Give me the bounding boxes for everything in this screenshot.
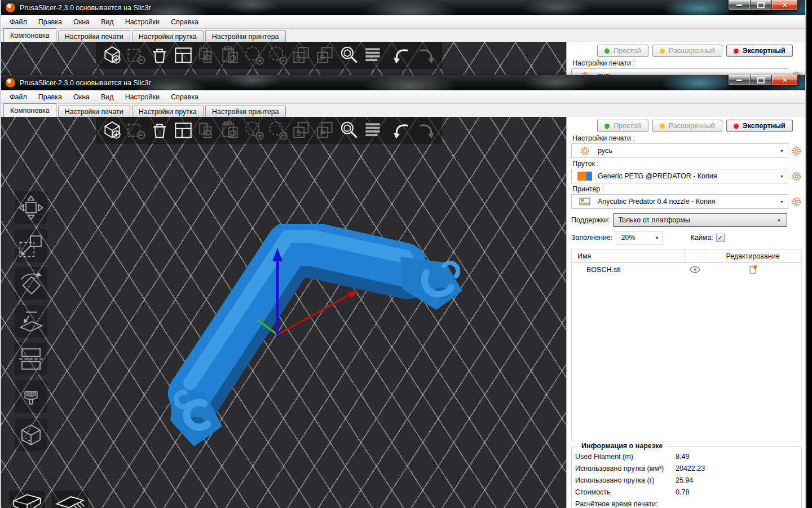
- visibility-eye-button[interactable]: [690, 266, 700, 273]
- toolbar-split-objects-button[interactable]: [290, 43, 314, 67]
- toolbar-copy-button[interactable]: [195, 119, 219, 142]
- toolbar-remove-instance-button[interactable]: [266, 119, 290, 142]
- print-settings-gear-button[interactable]: [791, 146, 802, 156]
- right-panel: Простой Расширенный Экспертный Настройки…: [566, 117, 805, 508]
- print-settings-combo[interactable]: русь ▼: [571, 143, 788, 158]
- toolbar-add-instance-button[interactable]: [242, 119, 266, 142]
- menu-item-window[interactable]: Окна: [68, 93, 95, 101]
- toolbar-paste-button[interactable]: [219, 43, 242, 67]
- minimize-button[interactable]: [728, 75, 751, 86]
- menu-item-view[interactable]: Вид: [95, 18, 120, 26]
- toolbar-undo-button[interactable]: [390, 43, 414, 67]
- maximize-button[interactable]: [751, 75, 771, 86]
- viewport-3d[interactable]: [1, 117, 566, 508]
- toolbar-arrange-button[interactable]: [171, 119, 195, 142]
- toolbar-delete-all-button[interactable]: [148, 119, 171, 142]
- gizmo-paint-supports-button[interactable]: [15, 380, 47, 413]
- mode-simple-button[interactable]: Простой: [597, 45, 648, 57]
- toolbar-layers-button[interactable]: [361, 119, 385, 142]
- column-edit-header: Редактирование: [704, 252, 801, 260]
- toolbar-add-instance-button[interactable]: [242, 43, 266, 67]
- toolbar-split-parts-button[interactable]: [314, 119, 337, 142]
- maximize-button[interactable]: [751, 0, 771, 11]
- toolbar-undo-button[interactable]: [390, 119, 414, 142]
- menu-item-window[interactable]: Окна: [68, 18, 95, 26]
- mode-expert-label: Экспертный: [743, 47, 785, 55]
- printer-combo[interactable]: Anycubic Predator 0.4 nozzle - Копия ▼: [571, 194, 788, 209]
- menu-item-file[interactable]: Файл: [4, 93, 33, 101]
- toolbar-split-parts-button[interactable]: [314, 43, 337, 67]
- tab-filament-settings[interactable]: Настройки прутка: [132, 30, 204, 42]
- info-label: Использовано прутка (мм³): [575, 463, 676, 475]
- prusaslicer-logo-icon: [6, 3, 15, 12]
- tab-print-settings[interactable]: Настройки печати: [58, 30, 130, 42]
- menu-item-file[interactable]: Файл: [4, 18, 33, 26]
- tab-plater[interactable]: Компоновка: [3, 103, 56, 117]
- menu-item-configuration[interactable]: Настройки: [120, 18, 165, 26]
- title-bar[interactable]: PrusaSlicer-2.3.0 основывается на Slic3r…: [1, 75, 805, 90]
- toolbar-remove-instance-button[interactable]: [266, 43, 290, 67]
- view-preview-button[interactable]: [52, 491, 88, 508]
- menu-item-edit[interactable]: Правка: [33, 93, 68, 101]
- info-label: Used Filament (m): [575, 451, 676, 463]
- mode-advanced-button[interactable]: Расширенный: [652, 45, 722, 57]
- gizmo-flatten-button[interactable]: [15, 305, 47, 338]
- gizmo-cut-button[interactable]: [15, 343, 47, 375]
- gizmo-move-button[interactable]: [15, 191, 47, 224]
- gizmo-rotate-button[interactable]: [15, 267, 47, 300]
- model-right-clip: [400, 257, 462, 310]
- menu-bar: Файл Правка Окна Вид Настройки Справка: [1, 90, 805, 104]
- slice-info-row: Расчётное время печати:: [575, 498, 798, 508]
- filament-gear-button[interactable]: [791, 171, 802, 182]
- gizmo-scale-button[interactable]: [15, 229, 47, 262]
- model-bosch[interactable]: [136, 224, 475, 461]
- mode-expert-button[interactable]: Экспертный: [726, 45, 793, 57]
- view-3d-button[interactable]: [9, 491, 45, 508]
- toolbar-add-button[interactable]: [100, 119, 124, 142]
- mode-advanced-button[interactable]: Расширенный: [652, 120, 722, 132]
- brim-checkbox[interactable]: ✓: [716, 234, 725, 242]
- tab-printer-settings[interactable]: Настройки принтера: [205, 30, 286, 42]
- toolbar-split-objects-button[interactable]: [290, 119, 314, 142]
- toolbar-delete-button[interactable]: [124, 119, 148, 142]
- menu-item-edit[interactable]: Правка: [33, 18, 68, 26]
- toolbar-arrange-button[interactable]: [171, 43, 195, 67]
- close-button[interactable]: ✕: [771, 0, 798, 11]
- menu-item-help[interactable]: Справка: [165, 93, 204, 101]
- toolbar-delete-button[interactable]: [124, 43, 148, 67]
- close-button[interactable]: ✕: [771, 75, 798, 86]
- mode-expert-button[interactable]: Экспертный: [726, 120, 793, 132]
- menu-item-configuration[interactable]: Настройки: [120, 93, 165, 101]
- toolbar-redo-button[interactable]: [414, 119, 438, 142]
- simple-mode-dot-icon: [604, 124, 610, 129]
- toolbar-layers-button[interactable]: [361, 43, 385, 67]
- toolbar-delete-all-button[interactable]: [148, 43, 171, 67]
- edit-object-button[interactable]: [748, 265, 758, 275]
- filament-label: Пруток :: [572, 160, 802, 168]
- minimize-button[interactable]: [728, 0, 751, 11]
- tab-plater[interactable]: Компоновка: [3, 28, 56, 42]
- brim-label: Кайма:: [690, 234, 713, 242]
- gizmo-seam-button[interactable]: [15, 418, 47, 451]
- toolbar-add-button[interactable]: [100, 43, 124, 67]
- title-bar[interactable]: PrusaSlicer-2.3.0 основывается на Slic3r…: [1, 0, 805, 15]
- supports-select[interactable]: Только от платформы ▼: [613, 213, 787, 227]
- tab-bar: Компоновка Настройки печати Настройки пр…: [1, 104, 805, 117]
- toolbar-search-button[interactable]: [337, 119, 361, 142]
- object-row[interactable]: BOSCH.stl: [572, 263, 801, 276]
- mode-simple-button[interactable]: Простой: [597, 120, 648, 132]
- print-settings-label: Настройки печати :: [572, 134, 802, 142]
- toolbar-redo-button[interactable]: [414, 43, 438, 67]
- toolbar-search-button[interactable]: [337, 43, 361, 67]
- menu-item-help[interactable]: Справка: [165, 18, 204, 26]
- menu-item-view[interactable]: Вид: [95, 93, 120, 101]
- tab-printer-settings[interactable]: Настройки принтера: [205, 106, 286, 117]
- toolbar-copy-button[interactable]: [195, 43, 219, 67]
- printer-gear-button[interactable]: [791, 196, 802, 207]
- toolbar-paste-button[interactable]: [219, 119, 242, 142]
- filament-combo[interactable]: Generic PETG @PREDATOR - Копия ▼: [571, 169, 788, 183]
- tab-print-settings[interactable]: Настройки печати: [58, 106, 130, 117]
- tab-filament-settings[interactable]: Настройки прутка: [132, 106, 204, 117]
- infill-select[interactable]: 20% ▼: [616, 231, 663, 244]
- print-settings-label: Настройки печати :: [572, 59, 802, 67]
